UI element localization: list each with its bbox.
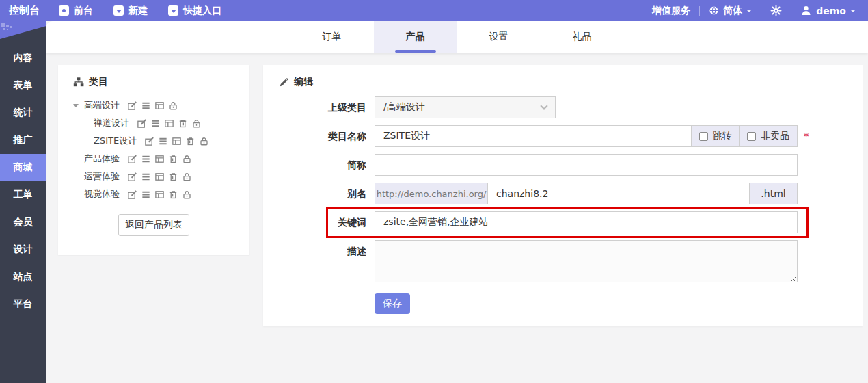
tab-orders[interactable]: 订单 (290, 21, 374, 53)
value-added-services-link[interactable]: 增值服务 (652, 5, 690, 17)
category-link[interactable]: 运营体验 (84, 170, 120, 183)
chevron-down-icon (746, 10, 752, 12)
category-name-input[interactable] (375, 125, 692, 147)
trash-icon[interactable] (168, 172, 178, 182)
pencil-icon (279, 77, 289, 88)
shortname-input[interactable] (375, 154, 798, 176)
list-icon[interactable] (158, 136, 168, 146)
category-name-row: 类目名称 跳转 非卖品 * (263, 125, 863, 147)
trash-icon[interactable] (168, 189, 178, 200)
category-link[interactable]: ZSITE设计 (94, 135, 137, 147)
tab-gifts[interactable]: 礼品 (541, 21, 624, 53)
edit-icon[interactable] (127, 189, 137, 200)
category-panel-header: 类目 (73, 76, 249, 88)
lock-icon[interactable] (182, 189, 192, 200)
parent-category-select[interactable]: /高端设计 (375, 96, 556, 118)
category-panel: 类目 高端设计 禅道设计 ZSITE设计 (58, 65, 249, 255)
sidebar: 内容 表单 统计 推广 商城 工单 会员 设计 站点 平台 (0, 21, 46, 383)
caret-square-icon (168, 5, 178, 16)
module-tabbar: 订单 产品 设置 礼品 (46, 21, 868, 53)
collapse-caret-icon[interactable] (73, 104, 79, 107)
edit-icon[interactable] (127, 101, 137, 111)
alias-input[interactable] (487, 183, 750, 204)
sidebar-item-promotion[interactable]: 推广 (0, 127, 46, 154)
language-menu[interactable]: 简体 (709, 5, 752, 17)
edit-icon[interactable] (137, 118, 147, 129)
tab-settings[interactable]: 设置 (457, 21, 541, 53)
monitor-icon (59, 5, 69, 16)
topbar-nav: 前台 新建 快捷入口 (59, 5, 221, 17)
description-textarea[interactable] (375, 240, 798, 282)
trash-icon[interactable] (178, 118, 188, 129)
tab-products[interactable]: 产品 (374, 21, 457, 53)
sidebar-item-mall[interactable]: 商城 (0, 154, 46, 181)
edit-icon[interactable] (144, 136, 154, 146)
sidebar-item-ticket[interactable]: 工单 (0, 181, 46, 209)
category-edit-form: 上级类目 /高端设计 类目名称 跳转 非卖品 * 简称 (263, 96, 863, 314)
save-button[interactable]: 保存 (375, 293, 410, 314)
lock-icon[interactable] (182, 172, 192, 182)
user-menu[interactable]: demo (800, 5, 856, 16)
category-link[interactable]: 产品体验 (84, 153, 120, 165)
lock-icon[interactable] (182, 154, 192, 164)
sitemap-icon (73, 77, 84, 88)
alias-html-suffix: .html (750, 183, 798, 204)
browse-icon[interactable] (154, 189, 165, 200)
sidebar-decoration (0, 21, 46, 39)
keywords-input[interactable] (375, 211, 798, 233)
parent-category-label: 上级类目 (263, 96, 375, 118)
app-logo[interactable]: 控制台 (0, 4, 59, 17)
parent-category-row: 上级类目 /高端设计 (263, 96, 863, 118)
gear-icon[interactable] (770, 5, 782, 16)
lock-icon[interactable] (191, 118, 202, 129)
lock-icon[interactable] (168, 101, 178, 111)
tree-item: ZSITE设计 (73, 132, 249, 150)
sidebar-item-member[interactable]: 会员 (0, 209, 46, 236)
browse-icon[interactable] (172, 136, 182, 146)
list-icon[interactable] (150, 118, 161, 129)
alias-row: 别名 http://demo.chanzhi.org/ .html (263, 183, 863, 204)
tree-item: 视觉体验 (73, 185, 249, 203)
category-link[interactable]: 高端设计 (84, 99, 120, 111)
language-label: 简体 (723, 5, 742, 17)
sidebar-item-platform[interactable]: 平台 (0, 291, 46, 318)
back-to-product-list-button[interactable]: 返回产品列表 (118, 214, 189, 236)
divider (761, 6, 761, 16)
redirect-checkbox-addon: 跳转 (692, 125, 740, 147)
sidebar-item-form[interactable]: 表单 (0, 72, 46, 99)
create-new-button[interactable]: 新建 (113, 5, 148, 17)
list-icon[interactable] (141, 189, 151, 200)
sidebar-item-stats[interactable]: 统计 (0, 99, 46, 127)
sidebar-item-site[interactable]: 站点 (0, 263, 46, 291)
not-for-sale-checkbox[interactable] (747, 132, 756, 141)
tree-item: 高端设计 (73, 96, 249, 114)
not-for-sale-checkbox-label: 非卖品 (761, 130, 789, 142)
category-name-label: 类目名称 (263, 125, 375, 147)
browse-icon[interactable] (154, 154, 165, 164)
front-site-label: 前台 (74, 5, 93, 17)
list-icon[interactable] (141, 154, 151, 164)
lock-icon[interactable] (199, 136, 209, 146)
sidebar-item-content[interactable]: 内容 (0, 44, 46, 72)
category-tree: 高端设计 禅道设计 ZSITE设计 (73, 96, 249, 203)
edit-panel-header: 编辑 (279, 76, 863, 88)
quick-entry-button[interactable]: 快捷入口 (168, 5, 221, 17)
divider (699, 6, 700, 16)
edit-icon[interactable] (127, 154, 137, 164)
tree-item: 产品体验 (73, 150, 249, 168)
category-link[interactable]: 视觉体验 (84, 188, 120, 200)
category-link[interactable]: 禅道设计 (94, 117, 129, 129)
user-icon (800, 5, 812, 16)
trash-icon[interactable] (168, 154, 178, 164)
list-icon[interactable] (141, 172, 151, 182)
browse-icon[interactable] (154, 172, 165, 182)
list-icon[interactable] (141, 101, 151, 111)
browse-icon[interactable] (164, 118, 174, 129)
front-site-button[interactable]: 前台 (59, 5, 93, 17)
edit-icon[interactable] (127, 172, 137, 182)
trash-icon[interactable] (185, 136, 195, 146)
redirect-checkbox[interactable] (699, 132, 708, 141)
browse-icon[interactable] (154, 101, 165, 111)
sidebar-item-design[interactable]: 设计 (0, 236, 46, 263)
edit-panel: 编辑 上级类目 /高端设计 类目名称 跳转 非卖品 (263, 65, 863, 326)
